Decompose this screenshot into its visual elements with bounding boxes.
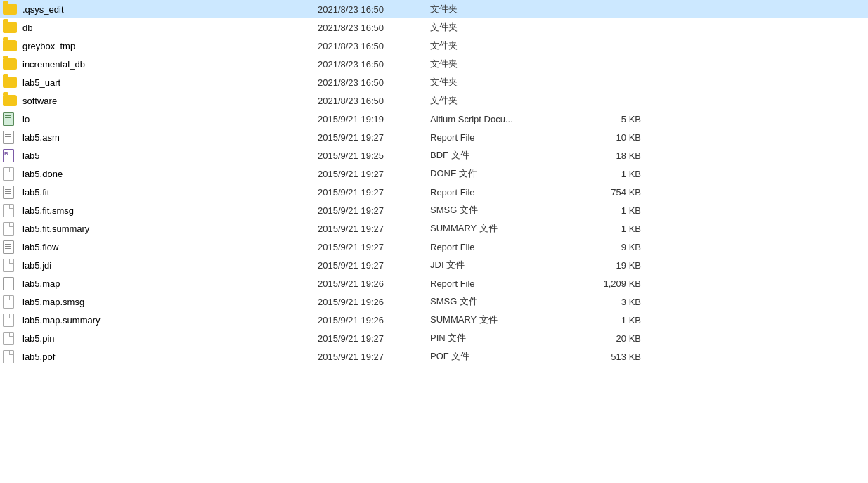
table-row[interactable]: incremental_db2021/8/23 16:50文件夹	[0, 55, 868, 73]
file-type: SUMMARY 文件	[430, 314, 571, 326]
file-type: 文件夹	[430, 94, 571, 107]
table-row[interactable]: lab5.map.smsg2015/9/21 19:26SMSG 文件3 KB	[0, 292, 868, 311]
file-type: 文件夹	[430, 3, 571, 15]
file-size: 1 KB	[571, 205, 641, 216]
file-name: incremental_db	[22, 59, 318, 70]
table-row[interactable]: lab5.pin2015/9/21 19:27PIN 文件20 KB	[0, 329, 868, 347]
file-type: Report File	[430, 242, 571, 252]
file-type: Report File	[430, 187, 571, 198]
file-date: 2021/8/23 16:50	[318, 4, 430, 15]
file-size: 513 KB	[571, 352, 641, 362]
file-name: greybox_tmp	[22, 41, 318, 51]
file-size: 20 KB	[571, 333, 641, 344]
file-name: software	[22, 96, 318, 106]
file-date: 2015/9/21 19:27	[318, 224, 430, 234]
folder-file-icon	[3, 95, 20, 106]
table-row[interactable]: lab52015/9/21 19:25BDF 文件18 KB	[0, 146, 868, 165]
table-row[interactable]: lab5.jdi2015/9/21 19:27JDI 文件19 KB	[0, 256, 868, 274]
file-type: Altium Script Docu...	[430, 114, 571, 124]
file-date: 2015/9/21 19:26	[318, 315, 430, 326]
table-row[interactable]: lab5.fit2015/9/21 19:27Report File754 KB	[0, 183, 868, 201]
file-name: lab5.jdi	[22, 260, 318, 271]
file-list: .qsys_edit2021/8/23 16:50文件夹db2021/8/23 …	[0, 0, 868, 366]
file-name: lab5.fit.smsg	[22, 205, 318, 216]
file-date: 2021/8/23 16:50	[318, 41, 430, 51]
generic-file-icon	[3, 204, 20, 217]
file-type: POF 文件	[430, 350, 571, 363]
file-type: SMSG 文件	[430, 295, 571, 308]
file-name: .qsys_edit	[22, 4, 318, 15]
file-type: DONE 文件	[430, 167, 571, 180]
file-size: 1 KB	[571, 224, 641, 234]
file-size: 18 KB	[571, 150, 641, 161]
file-date: 2021/8/23 16:50	[318, 96, 430, 106]
file-type: BDF 文件	[430, 149, 571, 162]
file-type: 文件夹	[430, 21, 571, 34]
file-type: SUMMARY 文件	[430, 222, 571, 235]
folder-file-icon	[3, 40, 20, 51]
file-date: 2015/9/21 19:25	[318, 150, 430, 161]
file-date: 2021/8/23 16:50	[318, 77, 430, 88]
report-file-icon	[3, 240, 20, 254]
generic-file-icon	[3, 350, 20, 363]
file-name: lab5.fit	[22, 187, 318, 198]
generic-file-icon	[3, 314, 20, 327]
file-name: lab5.fit.summary	[22, 224, 318, 234]
generic-file-icon	[3, 259, 20, 272]
table-row[interactable]: lab5.fit.summary2015/9/21 19:27SUMMARY 文…	[0, 219, 868, 238]
table-row[interactable]: software2021/8/23 16:50文件夹	[0, 91, 868, 110]
generic-file-icon	[3, 167, 20, 181]
file-date: 2015/9/21 19:27	[318, 205, 430, 216]
file-size: 19 KB	[571, 260, 641, 271]
file-type: 文件夹	[430, 76, 571, 89]
file-size: 9 KB	[571, 242, 641, 252]
file-type: PIN 文件	[430, 332, 571, 344]
file-name: lab5.map.smsg	[22, 297, 318, 307]
table-row[interactable]: io2015/9/21 19:19Altium Script Docu...5 …	[0, 110, 868, 128]
file-name: db	[22, 22, 318, 33]
table-row[interactable]: lab5.fit.smsg2015/9/21 19:27SMSG 文件1 KB	[0, 201, 868, 219]
file-date: 2021/8/23 16:50	[318, 59, 430, 70]
file-type: SMSG 文件	[430, 204, 571, 217]
generic-file-icon	[3, 332, 20, 345]
table-row[interactable]: lab5.asm2015/9/21 19:27Report File10 KB	[0, 128, 868, 146]
file-name: lab5.done	[22, 169, 318, 179]
table-row[interactable]: .qsys_edit2021/8/23 16:50文件夹	[0, 0, 868, 18]
file-size: 1 KB	[571, 315, 641, 326]
file-date: 2015/9/21 19:27	[318, 333, 430, 344]
file-type: 文件夹	[430, 39, 571, 52]
file-size: 5 KB	[571, 114, 641, 124]
file-date: 2015/9/21 19:19	[318, 114, 430, 124]
report-file-icon	[3, 277, 20, 290]
folder-file-icon	[3, 4, 20, 15]
table-row[interactable]: lab5.flow2015/9/21 19:27Report File9 KB	[0, 238, 868, 256]
bdf-file-icon	[3, 149, 20, 162]
file-date: 2015/9/21 19:27	[318, 352, 430, 362]
report-file-icon	[3, 131, 20, 144]
table-row[interactable]: lab5.done2015/9/21 19:27DONE 文件1 KB	[0, 165, 868, 183]
file-type: Report File	[430, 132, 571, 143]
script-file-icon	[3, 112, 20, 126]
file-size: 3 KB	[571, 297, 641, 307]
file-size: 10 KB	[571, 132, 641, 143]
table-row[interactable]: db2021/8/23 16:50文件夹	[0, 18, 868, 37]
report-file-icon	[3, 186, 20, 199]
file-date: 2015/9/21 19:27	[318, 187, 430, 198]
file-size: 1 KB	[571, 169, 641, 179]
table-row[interactable]: lab5.map2015/9/21 19:26Report File1,209 …	[0, 274, 868, 292]
file-size: 754 KB	[571, 187, 641, 198]
file-date: 2015/9/21 19:26	[318, 278, 430, 289]
table-row[interactable]: greybox_tmp2021/8/23 16:50文件夹	[0, 37, 868, 55]
table-row[interactable]: lab5.pof2015/9/21 19:27POF 文件513 KB	[0, 347, 868, 366]
file-name: lab5.map.summary	[22, 315, 318, 326]
file-date: 2015/9/21 19:27	[318, 132, 430, 143]
file-date: 2021/8/23 16:50	[318, 22, 430, 33]
file-date: 2015/9/21 19:27	[318, 169, 430, 179]
file-type: Report File	[430, 278, 571, 289]
file-name: lab5.asm	[22, 132, 318, 143]
folder-file-icon	[3, 22, 20, 33]
table-row[interactable]: lab5_uart2021/8/23 16:50文件夹	[0, 73, 868, 91]
table-row[interactable]: lab5.map.summary2015/9/21 19:26SUMMARY 文…	[0, 311, 868, 329]
file-name: lab5_uart	[22, 77, 318, 88]
file-date: 2015/9/21 19:27	[318, 242, 430, 252]
